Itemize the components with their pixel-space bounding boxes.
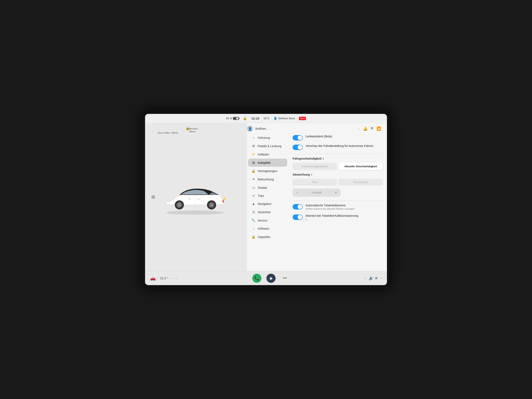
mute-x-icon: ✕ [375,276,378,280]
fahrgeschwindigkeit-label: Fahrgeschwindigkeit [293,157,322,160]
sidebar-item-beleuchtung[interactable]: ☀ Beleuchtung [248,175,287,183]
vorschau-text: Vorschau der Fahrdarstellung für Autonom… [305,144,383,147]
signal-icon[interactable]: 📶 [377,126,381,131]
sidebar-item-autopilot[interactable]: ◎ Autopilot [248,158,287,167]
aufladen-icon: ⚡ [252,152,256,156]
temp-unit: ° [167,276,168,280]
car-svg: ⚡ [158,174,231,216]
vorschau-toggle[interactable] [293,145,303,150]
abweichung-info-icon[interactable]: ℹ [311,173,312,176]
taskbar-left: 🚗 ‹ 21.5 ° › ○ □ [150,276,177,281]
media-icon-1: ○ [172,277,174,280]
geschwindigkeitslimit-button[interactable]: Geschwindigkeitslimit [293,163,337,170]
svg-rect-9 [188,199,191,200]
fest-button[interactable]: Fest [293,179,337,186]
sidebar-item-sicherheit[interactable]: ⊙ Sicherheit [248,208,287,216]
lenkassistent-text: Lenkassistent (Beta) [305,135,383,138]
prozentsatz-button[interactable]: Prozentsatz [339,179,383,186]
user-display-name: Wolfram ... [255,127,269,130]
trips-label: Trips [258,194,264,197]
content-area: ↓ 🔔 Ᵽ 📶 Lenkassistent (Beta) [288,123,387,271]
stepper-plus-button[interactable]: + [331,189,340,197]
lenkassistent-row: Lenkassistent (Beta) [293,135,383,140]
phone-button[interactable]: 📞 [252,274,261,283]
sidebar-item-aufladen[interactable]: ⚡ Aufladen [248,150,287,158]
status-bar: 55 % 🔒 12:10 16°C 👤 Wolfram Bock SOS [145,114,387,123]
taskbar: 🚗 ‹ 21.5 ° › ○ □ 📞 ◉ [145,271,387,285]
main-content: ⊞ Vord. Kofferr. Öffnen 🔒 KofferraumÖffn… [145,123,387,271]
warnton-label: Warnton bei Totwinkel-Kollisionswarnung [305,214,383,217]
taskbar-prev-arrow[interactable]: ‹ [365,276,366,280]
next-arrow[interactable]: › [170,277,171,280]
bell-icon[interactable]: 🔔 [363,126,368,131]
taskbar-car-icon[interactable]: 🚗 [150,276,156,281]
beleuchtung-label: Beleuchtung [258,178,274,181]
display-icon: ▭ [252,186,256,190]
user-avatar: 👤 [247,126,253,132]
dots-icon: ••• [283,276,287,280]
media-icon[interactable]: ⊞ [151,194,155,200]
front-trunk-label[interactable]: Vord. Kofferr. Öffnen [158,131,178,134]
service-icon: 🔧 [252,218,256,222]
sidebar-item-upgrades[interactable]: 🔒 Upgrades [248,233,287,241]
warnton-toggle[interactable] [293,215,303,220]
media-icons: ○ □ [172,277,177,280]
media-icon-2: □ [176,277,177,280]
stepper-minus-button[interactable]: − [293,189,302,197]
warnton-info-icon[interactable]: ℹ [305,218,306,221]
more-button[interactable]: ••• [280,274,290,283]
sidebar-item-fahrzeug[interactable]: ○ Fahrzeug [248,134,287,142]
taskbar-temperature: 21.5 ° [160,276,168,280]
sidebar-item-pedale[interactable]: ⚙ Pedale & Lenkung [248,142,287,150]
battery-icon [233,117,239,120]
sidebar-item-software[interactable]: ↓ Software [248,225,287,233]
sidebar-item-trips[interactable]: ∞ Trips [248,192,287,200]
sidebar-item-verriegelungen[interactable]: 🔒 Verriegelungen [248,167,287,175]
sidebar-item-service[interactable]: 🔧 Service [248,216,287,224]
taskbar-arrows: ‹ [157,277,158,280]
sos-badge[interactable]: SOS [299,117,306,120]
music-button[interactable]: ◉ [266,274,276,283]
stepper-value: +0 km/h [302,191,331,194]
prev-arrow[interactable]: ‹ [157,277,158,280]
totwinkelkamera-toggle[interactable] [293,204,303,209]
deviation-options: Fest Prozentsatz [293,179,383,186]
vorschau-label: Vorschau der Fahrdarstellung für Autonom… [305,144,383,147]
car-visualization: ⚡ [158,174,233,220]
download-icon[interactable]: ↓ [358,127,360,131]
software-label: Software [258,227,269,230]
user-name: Wolfram Bock [278,117,295,120]
kmh-stepper: − +0 km/h + [293,189,340,197]
status-time: 12:10 [251,117,259,120]
navigation-label: Navigation [258,202,271,206]
svg-point-12 [167,200,171,202]
settings-panel: 👤 Wolfram ... ○ Fahrzeug ⚙ Pedale & Lenk… [247,123,387,271]
upgrades-label: Upgrades [258,235,270,239]
volume-control[interactable]: 🔊 ✕ [369,276,378,280]
fahrgeschwindigkeit-info-icon[interactable]: ℹ [323,157,324,160]
abweichung-header: Abweichung ℹ [293,173,383,176]
totwinkelkamera-text: Automatische Totwinkelkamera Seiten-Kame… [305,204,383,210]
vorschau-row: Vorschau der Fahrdarstellung für Autonom… [293,144,383,150]
bluetooth-icon[interactable]: Ᵽ [371,126,373,131]
sidebar-item-display[interactable]: ▭ Display [248,184,287,192]
fahrzeug-icon: ○ [252,136,256,140]
divider-1 [293,154,383,154]
sidebar-item-navigation[interactable]: ▲ Navigation [248,200,287,208]
user-section[interactable]: 👤 Wolfram ... [247,125,288,133]
aktuelle-geschwindigkeit-button[interactable]: Aktuelle Geschwindigkeit [339,163,383,170]
verriegelungen-icon: 🔒 [252,169,256,173]
trunk-label[interactable]: KofferraumÖffnen [187,127,198,133]
autopilot-icon: ◎ [252,161,256,165]
battery-percent: 55 % [226,117,232,120]
autopilot-label: Autopilot [258,161,270,164]
lenkassistent-label: Lenkassistent (Beta) [305,135,383,138]
lenkassistent-toggle[interactable] [293,135,303,140]
pedale-label: Pedale & Lenkung [258,145,281,148]
status-user: 👤 Wolfram Bock [274,117,295,120]
taskbar-next-arrow[interactable]: › [381,276,382,280]
verriegelungen-label: Verriegelungen [258,169,277,173]
software-icon: ↓ [252,227,256,230]
status-temperature: 16°C [264,117,270,120]
svg-point-3 [178,203,181,207]
